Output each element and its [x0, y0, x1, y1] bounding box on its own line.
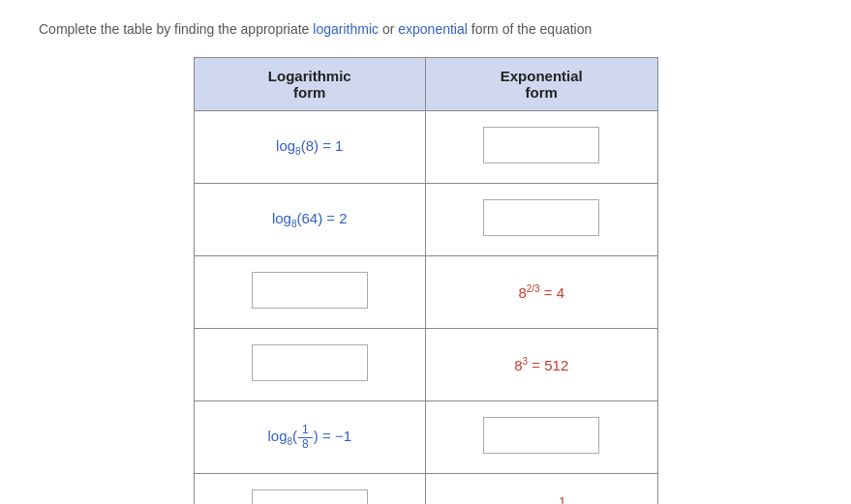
log-cell-1: log8(8) = 1 [194, 111, 426, 184]
math-table: Logarithmicform Exponentialform log8(8) … [194, 57, 658, 504]
log-expr-2: log8(64) = 2 [272, 210, 348, 226]
table-row: log8(18) = −1 [194, 401, 657, 474]
table-row: log8(8) = 1 [194, 111, 657, 184]
log-cell-6 [194, 474, 426, 505]
log-input-6[interactable] [252, 489, 368, 504]
exp-cell-5 [426, 401, 658, 474]
log-cell-5: log8(18) = −1 [194, 401, 426, 474]
log-expr-5: log8(18) = −1 [268, 428, 351, 444]
col-header-exp: Exponentialform [426, 58, 658, 111]
exp-input-5[interactable] [483, 417, 599, 454]
exp-input-1[interactable] [483, 127, 599, 163]
log-cell-3 [194, 256, 426, 329]
log-input-4[interactable] [252, 344, 368, 381]
exp-cell-3: 82/3 = 4 [426, 256, 658, 329]
table-row: 82/3 = 4 [194, 256, 657, 329]
log-cell-2: log8(64) = 2 [194, 184, 426, 256]
table-row: log8(64) = 2 [194, 184, 657, 256]
log-input-3[interactable] [252, 272, 368, 309]
table-row: 8−2 = 1 64 [194, 474, 657, 505]
log-cell-4 [194, 329, 426, 401]
table-row: 83 = 512 [194, 329, 657, 401]
highlight-logarithmic: logarithmic [313, 21, 379, 37]
exp-expr-3: 82/3 = 4 [518, 284, 564, 301]
exp-cell-2 [426, 184, 658, 256]
col-header-log: Logarithmicform [194, 58, 426, 111]
log-expr-1: log8(8) = 1 [276, 137, 343, 154]
page-container: Complete the table by finding the approp… [39, 19, 812, 504]
exp-cell-1 [426, 111, 658, 184]
highlight-exponential: exponential [398, 21, 468, 37]
exp-cell-4: 83 = 512 [426, 329, 658, 401]
exp-expr-6: 8−2 = 1 64 [509, 495, 573, 504]
exp-cell-6: 8−2 = 1 64 [426, 474, 658, 505]
instruction-text: Complete the table by finding the approp… [39, 19, 812, 40]
exp-input-2[interactable] [483, 199, 599, 236]
exp-expr-4: 83 = 512 [514, 357, 568, 373]
